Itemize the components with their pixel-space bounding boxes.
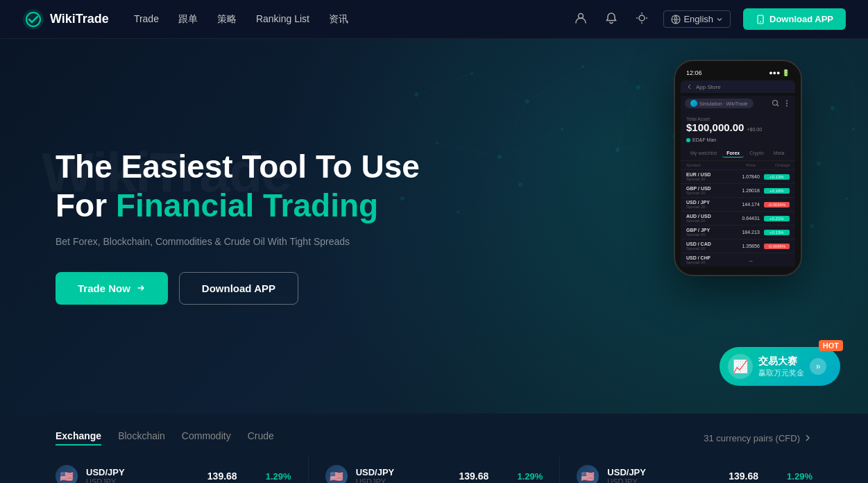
- market-pair-info: USD/JPY USDJPY: [607, 467, 646, 484]
- hot-icon: 📈: [728, 354, 753, 379]
- phone-th-symbol: Symbol: [686, 163, 738, 167]
- hero-content: WikiTrade The Easiest Tool To Use For Fi…: [0, 106, 475, 346]
- svg-line-37: [527, 67, 583, 101]
- phone-status-bar: 12:06 ●●● 🔋: [681, 69, 795, 76]
- hero-section: WikiTrade The Easiest Tool To Use For Fi…: [0, 39, 868, 414]
- market-row[interactable]: 🇺🇸 USD/JPY USDJPY 139.68 1.29%: [308, 457, 561, 483]
- phone-market-row: AUD / USDSpread 20 0.64431 +0.21%: [681, 211, 795, 225]
- phone-tabs: My watchlist Forex Crypto Meta: [681, 146, 795, 161]
- phone-market-row: USD / CADSpread 20 1.35856 -0.0088%: [681, 239, 795, 253]
- phone-header-icons: [772, 99, 791, 108]
- phone-header: Simulation · WikiTrade: [681, 96, 795, 111]
- hero-buttons: Trade Now Download APP: [56, 272, 420, 305]
- navbar: WikiTrade Trade 跟单 策略 Ranking List 资讯 En…: [0, 0, 868, 39]
- nav-links: Trade 跟单 策略 Ranking List 资讯: [134, 13, 572, 26]
- hot-title: 交易大赛: [758, 355, 804, 368]
- phone-th-price: Price: [738, 163, 764, 167]
- chevron-right-icon: [803, 433, 812, 443]
- phone-time: 12:06: [686, 69, 702, 76]
- phone-user-name: ED&F Man: [692, 137, 716, 142]
- hero-title-highlight: Financial Trading: [116, 187, 378, 223]
- market-grid: 🇺🇸 USD/JPY USDJPY 139.68 1.29% 🇺🇸 USD/JP…: [56, 457, 812, 483]
- market-section: Exchange Blockchain Commodity Crude 31 c…: [0, 414, 868, 483]
- phone-market-row: GBP / JPYSpread 20 184.213 +0.13%: [681, 225, 795, 239]
- phone-asset-change: +$0.00: [747, 127, 762, 132]
- svg-point-34: [845, 197, 848, 200]
- mobile-icon: [756, 15, 765, 24]
- market-tab-blockchain[interactable]: Blockchain: [118, 430, 165, 446]
- svg-line-38: [583, 67, 638, 87]
- language-button[interactable]: English: [663, 10, 731, 28]
- download-app-nav-button[interactable]: Download APP: [743, 8, 846, 30]
- phone-asset-amount: $100,000.00: [686, 121, 744, 133]
- download-app-hero-button[interactable]: Download APP: [179, 272, 298, 305]
- user-icon-button[interactable]: [572, 9, 590, 30]
- currency-flag: 🇺🇸: [325, 465, 348, 483]
- hot-subtitle: 赢取万元奖金: [758, 368, 804, 378]
- nav-zixun[interactable]: 资讯: [329, 13, 348, 26]
- hot-text: 交易大赛 赢取万元奖金: [758, 355, 804, 378]
- hot-trading-banner[interactable]: 📈 交易大赛 赢取万元奖金 » HOT: [720, 347, 840, 386]
- phone-more-icon: [783, 99, 791, 108]
- phone-th-change: Change: [764, 163, 790, 167]
- back-icon: [686, 83, 693, 90]
- hot-pill[interactable]: 📈 交易大赛 赢取万元奖金 »: [720, 347, 840, 386]
- svg-line-50: [618, 136, 673, 150]
- nav-ranking[interactable]: Ranking List: [256, 13, 309, 26]
- phone-tab-watchlist: My watchlist: [686, 149, 721, 158]
- svg-line-45: [618, 87, 638, 150]
- phone-tab-meta: Meta: [769, 149, 789, 158]
- svg-line-47: [819, 108, 833, 164]
- bell-icon-button[interactable]: [602, 9, 620, 30]
- nav-genden[interactable]: 跟单: [178, 13, 198, 26]
- svg-line-44: [500, 101, 527, 157]
- nav-trade[interactable]: Trade: [134, 13, 159, 26]
- phone-mockup: 12:06 ●●● 🔋 App Store Simulation · WikiT…: [674, 60, 812, 276]
- logo[interactable]: WikiTrade: [22, 8, 109, 31]
- hero-title-for: For: [56, 187, 116, 223]
- theme-icon-button[interactable]: [633, 9, 651, 30]
- svg-point-31: [518, 183, 522, 187]
- hero-title: The Easiest Tool To Use For Financial Tr…: [56, 148, 420, 224]
- nav-celue[interactable]: 策略: [217, 13, 237, 26]
- hero-title-line1: The Easiest Tool To Use: [56, 149, 420, 185]
- currency-flag: 🇺🇸: [56, 465, 78, 483]
- phone-app-store-bar: App Store: [681, 80, 795, 93]
- svg-line-55: [777, 105, 779, 107]
- logo-text: WikiTrade: [50, 12, 109, 26]
- phone-tab-crypto: Crypto: [745, 149, 768, 158]
- phone-asset-label: Total Asset: [686, 117, 790, 121]
- market-tab-exchange[interactable]: Exchange: [56, 430, 101, 446]
- hot-badge: HOT: [819, 340, 843, 351]
- svg-line-49: [500, 129, 562, 157]
- arrow-right-icon: [136, 283, 146, 293]
- phone-market-row: GBP / USDSpread 20 1.26018 +0.16%: [681, 183, 795, 197]
- market-pair-info: USD/JPY USDJPY: [356, 467, 395, 484]
- svg-line-36: [472, 74, 527, 101]
- market-row[interactable]: 🇺🇸 USD/JPY USDJPY 139.68 1.29%: [560, 457, 812, 483]
- logo-icon: [22, 8, 44, 31]
- phone-signal: ●●● 🔋: [769, 69, 790, 76]
- market-tab-crude[interactable]: Crude: [248, 430, 274, 446]
- phone-tab-forex: Forex: [722, 149, 744, 158]
- phone-sim-tag: Simulation · WikiTrade: [685, 99, 754, 108]
- svg-point-57: [786, 101, 788, 102]
- chevron-down-icon: [716, 16, 723, 23]
- language-label: English: [683, 14, 713, 24]
- phone-market-row: EUR / USDSpread 20 1.07840 +0.13%: [681, 169, 795, 183]
- hero-subtitle: Bet Forex, Blockchain, Commodities & Cru…: [56, 236, 420, 247]
- phone-total-asset-section: Total Asset $100,000.00 +$0.00: [681, 111, 795, 136]
- market-row[interactable]: 🇺🇸 USD/JPY USDJPY 139.68 1.29%: [56, 457, 308, 483]
- trade-now-button[interactable]: Trade Now: [56, 272, 168, 305]
- phone-sim-label: Simulation · WikiTrade: [699, 101, 748, 106]
- phone-search-icon: [772, 99, 780, 108]
- svg-point-3: [639, 15, 645, 21]
- market-see-all[interactable]: 31 currency pairs (CFD): [704, 433, 812, 443]
- app-store-label: App Store: [696, 84, 721, 90]
- svg-point-56: [786, 103, 788, 104]
- market-tab-commodity[interactable]: Commodity: [182, 430, 231, 446]
- market-tabs-row: Exchange Blockchain Commodity Crude 31 c…: [56, 430, 812, 446]
- phone-market-row: USD / JPYSpread 20 144.174 -0.0034%: [681, 197, 795, 211]
- svg-point-58: [786, 105, 788, 107]
- download-nav-label: Download APP: [769, 14, 833, 24]
